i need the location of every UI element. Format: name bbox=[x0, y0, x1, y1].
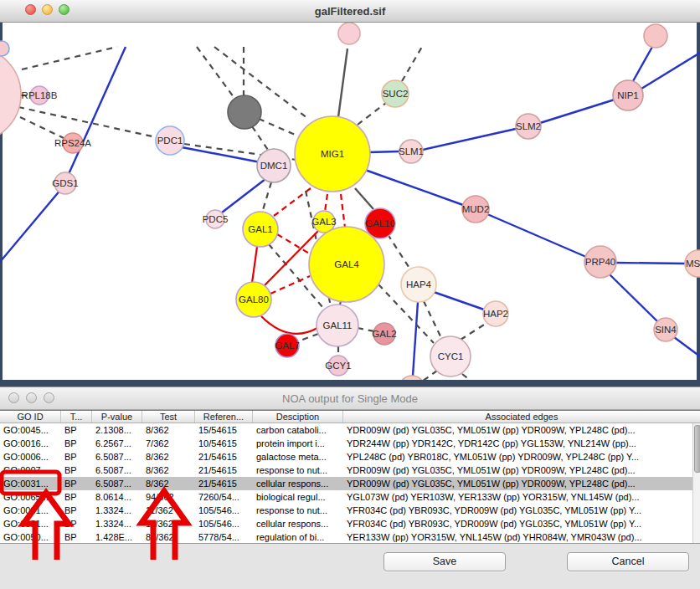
edge-pd bbox=[22, 47, 117, 69]
edge-pd bbox=[298, 334, 318, 341]
node-label-GAL1: GAL1 bbox=[248, 224, 272, 234]
table-row[interactable]: GO:0016...BP6.2567...7/36210/54615protei… bbox=[0, 437, 700, 450]
node-label-SIN4: SIN4 bbox=[655, 325, 677, 335]
node-big-left[interactable] bbox=[0, 47, 21, 142]
table-cell: GO:0006... bbox=[0, 450, 61, 464]
network-window-title: galFiltered.sif bbox=[0, 5, 700, 18]
table-cell: GO:0050... bbox=[0, 530, 61, 544]
network-canvas[interactable]: RPL18BRPS24AGDS1PDC1PDC5DMC1SUC2MIG1SLM1… bbox=[0, 23, 700, 387]
node-label-GCY1: GCY1 bbox=[325, 361, 351, 371]
edge-pd bbox=[402, 47, 422, 81]
table-cell: 94/362 bbox=[142, 490, 195, 504]
node-label-RPS24A: RPS24A bbox=[54, 138, 91, 148]
table-cell: 1.3324... bbox=[92, 517, 142, 530]
column-header-3[interactable]: Test bbox=[142, 411, 195, 423]
table-row[interactable]: GO:0031...BP1.3324...11/362105/546...cel… bbox=[0, 517, 700, 530]
cancel-button[interactable]: Cancel bbox=[567, 552, 689, 571]
table-cell: 6.5087... bbox=[92, 477, 142, 490]
node-label-MIG1: MIG1 bbox=[321, 149, 344, 159]
column-header-4[interactable]: Referen... bbox=[195, 411, 253, 423]
table-cell: GO:0031... bbox=[0, 504, 61, 517]
table-cell: 105/546... bbox=[195, 517, 253, 530]
table-cell: BP bbox=[61, 504, 92, 517]
results-table: GO IDT...P-valueTestReferen...Desciption… bbox=[0, 410, 700, 544]
column-header-5[interactable]: Desciption bbox=[253, 411, 343, 423]
edge-pp bbox=[423, 129, 516, 150]
table-cell: response to nut... bbox=[253, 464, 343, 477]
node-label-GAL2: GAL2 bbox=[372, 329, 396, 339]
edge-pd bbox=[20, 117, 64, 138]
table-cell: 8/362 bbox=[142, 423, 195, 437]
table-row[interactable]: GO:0065...BP8.0614...94/3627260/54...bio… bbox=[0, 490, 700, 504]
network-window-titlebar[interactable]: galFiltered.sif bbox=[0, 0, 700, 23]
table-cell: BP bbox=[61, 477, 92, 490]
node-HAP3[interactable] bbox=[399, 376, 425, 380]
node-label-GAL10: GAL10 bbox=[365, 218, 395, 228]
table-cell: 7260/54... bbox=[195, 490, 253, 504]
edge-pp bbox=[434, 292, 484, 310]
table-cell: BP bbox=[61, 464, 92, 477]
save-button[interactable]: Save bbox=[383, 552, 506, 571]
vertical-scrollbar[interactable] bbox=[692, 423, 700, 543]
edge-pp bbox=[633, 47, 652, 81]
node-label-PDC1: PDC1 bbox=[157, 136, 183, 146]
table-row[interactable]: GO:0045...BP2.1308...8/36215/54615carbon… bbox=[0, 423, 700, 437]
table-cell: 80/362 bbox=[142, 530, 195, 544]
column-header-0[interactable]: GO ID bbox=[0, 411, 61, 423]
table-row[interactable]: GO:0031...BP6.5087...8/36221/54615cellul… bbox=[0, 477, 700, 490]
edge-pp bbox=[413, 302, 418, 376]
table-cell: 6.2567... bbox=[92, 437, 142, 450]
node-top-cut-b[interactable] bbox=[644, 24, 667, 48]
table-cell: 2.1308... bbox=[92, 423, 142, 437]
table-cell: BP bbox=[61, 437, 92, 450]
table-cell: galactose meta... bbox=[253, 450, 343, 464]
table-cell: 10/54615 bbox=[195, 437, 253, 450]
table-row[interactable]: GO:0007...BP6.5087...8/36221/54615respon… bbox=[0, 464, 700, 477]
node-label-RPL18B: RPL18B bbox=[22, 90, 58, 100]
edge-red bbox=[261, 316, 317, 334]
edge-pp bbox=[365, 170, 463, 205]
table-cell: YDR009W (pd) YGL035C, YML051W (pp) YDR00… bbox=[343, 464, 700, 477]
table-cell: YDR009W (pd) YGL035C, YML051W (pp) YDR00… bbox=[343, 423, 700, 437]
table-cell: cellular respons... bbox=[253, 477, 343, 490]
column-header-6[interactable]: Associated edges bbox=[343, 411, 700, 423]
node-label-PRP40: PRP40 bbox=[585, 257, 615, 267]
node-label-HAP4: HAP4 bbox=[406, 279, 432, 289]
node-gray-node[interactable] bbox=[228, 95, 261, 129]
node-label-HAP2: HAP2 bbox=[483, 309, 508, 319]
table-cell: YFR034C (pd) YBR093C, YDR009W (pd) YGL03… bbox=[343, 517, 700, 530]
table-cell: 8.0614... bbox=[92, 490, 142, 504]
noa-output-window: NOA output for Single Mode GO IDT...P-va… bbox=[0, 387, 700, 589]
edge-pp bbox=[487, 214, 586, 257]
scrollbar-thumb[interactable] bbox=[694, 425, 700, 473]
table-cell: 11/362 bbox=[142, 517, 195, 530]
edge-dark bbox=[338, 49, 347, 117]
table-row[interactable]: GO:0050...BP1.428E...80/3625778/54...reg… bbox=[0, 530, 700, 544]
table-cell: 21/54615 bbox=[195, 450, 253, 464]
table-cell: biological regul... bbox=[253, 490, 343, 504]
node-corner-tiny[interactable] bbox=[0, 41, 9, 56]
table-cell: YER133W (pp) YOR315W, YNL145W (pd) YHR08… bbox=[343, 530, 700, 544]
table-cell: response to nut... bbox=[253, 504, 343, 517]
noa-window-titlebar[interactable]: NOA output for Single Mode bbox=[0, 387, 700, 410]
table-cell: GO:0016... bbox=[0, 437, 61, 450]
edge-pd bbox=[358, 103, 386, 125]
edge-pd bbox=[424, 301, 441, 338]
edge-pd bbox=[461, 322, 488, 340]
column-header-1[interactable]: T... bbox=[61, 411, 92, 423]
edge-pd bbox=[388, 234, 410, 269]
edge-pp bbox=[540, 100, 615, 123]
table-cell: 21/54615 bbox=[195, 464, 253, 477]
edge-dark bbox=[355, 188, 373, 209]
table-row[interactable]: GO:0006...BP6.5087...8/36221/54615galact… bbox=[0, 450, 700, 464]
edge-reddash bbox=[270, 276, 310, 294]
table-cell: GO:0031... bbox=[0, 477, 61, 490]
node-label-GAL80: GAL80 bbox=[239, 294, 269, 305]
table-row[interactable]: GO:0031...BP1.3324...11/362105/546...res… bbox=[0, 504, 700, 517]
column-header-2[interactable]: P-value bbox=[92, 411, 142, 423]
node-top-cut-a[interactable] bbox=[338, 23, 360, 44]
node-label-PDC5: PDC5 bbox=[203, 214, 229, 224]
edge-pp bbox=[222, 179, 265, 213]
node-label-MSL1: MSL1 bbox=[686, 259, 700, 269]
network-window: galFiltered.sif RPL18BRPS24AGDS1PDC1PDC5… bbox=[0, 0, 700, 387]
